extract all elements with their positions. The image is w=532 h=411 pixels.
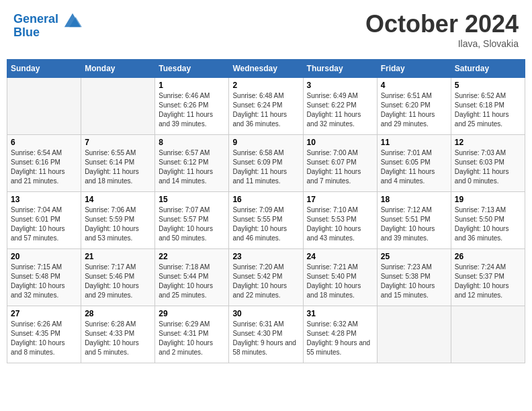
- day-cell: 21Sunrise: 7:17 AM Sunset: 5:46 PM Dayli…: [81, 249, 155, 306]
- day-number: 27: [11, 309, 77, 318]
- day-number: 2: [232, 81, 299, 90]
- day-cell: 5Sunrise: 6:52 AM Sunset: 6:18 PM Daylig…: [451, 78, 525, 135]
- day-info: Sunrise: 7:10 AM Sunset: 5:53 PM Dayligh…: [307, 205, 373, 243]
- day-cell: 3Sunrise: 6:49 AM Sunset: 6:22 PM Daylig…: [303, 78, 377, 135]
- day-cell: 7Sunrise: 6:55 AM Sunset: 6:14 PM Daylig…: [81, 135, 155, 192]
- day-number: 5: [455, 81, 521, 90]
- day-info: Sunrise: 6:52 AM Sunset: 6:18 PM Dayligh…: [455, 91, 521, 129]
- day-info: Sunrise: 7:07 AM Sunset: 5:57 PM Dayligh…: [159, 205, 225, 243]
- day-info: Sunrise: 7:09 AM Sunset: 5:55 PM Dayligh…: [232, 205, 299, 243]
- day-info: Sunrise: 6:32 AM Sunset: 4:28 PM Dayligh…: [307, 320, 373, 357]
- day-cell: [7, 78, 81, 135]
- day-number: 28: [85, 309, 151, 318]
- day-info: Sunrise: 7:03 AM Sunset: 6:03 PM Dayligh…: [455, 148, 521, 186]
- day-cell: 20Sunrise: 7:15 AM Sunset: 5:48 PM Dayli…: [7, 249, 81, 306]
- day-info: Sunrise: 6:28 AM Sunset: 4:33 PM Dayligh…: [85, 320, 151, 357]
- day-info: Sunrise: 7:13 AM Sunset: 5:50 PM Dayligh…: [455, 205, 521, 243]
- day-cell: 13Sunrise: 7:04 AM Sunset: 6:01 PM Dayli…: [7, 192, 81, 249]
- week-row-4: 20Sunrise: 7:15 AM Sunset: 5:48 PM Dayli…: [7, 249, 525, 306]
- day-cell: 8Sunrise: 6:57 AM Sunset: 6:12 PM Daylig…: [155, 135, 229, 192]
- col-header-saturday: Saturday: [451, 60, 525, 78]
- day-cell: 28Sunrise: 6:28 AM Sunset: 4:33 PM Dayli…: [81, 306, 155, 363]
- day-info: Sunrise: 7:01 AM Sunset: 6:05 PM Dayligh…: [381, 148, 447, 186]
- day-info: Sunrise: 6:51 AM Sunset: 6:20 PM Dayligh…: [381, 91, 447, 129]
- col-header-wednesday: Wednesday: [229, 60, 303, 78]
- week-row-5: 27Sunrise: 6:26 AM Sunset: 4:35 PM Dayli…: [7, 306, 525, 363]
- col-header-monday: Monday: [81, 60, 155, 78]
- day-info: Sunrise: 7:00 AM Sunset: 6:07 PM Dayligh…: [307, 148, 373, 186]
- day-cell: 27Sunrise: 6:26 AM Sunset: 4:35 PM Dayli…: [7, 306, 81, 363]
- day-number: 14: [85, 195, 151, 204]
- day-cell: [377, 306, 451, 363]
- day-number: 11: [381, 138, 447, 147]
- day-number: 12: [455, 138, 521, 147]
- day-number: 18: [381, 195, 447, 204]
- week-row-2: 6Sunrise: 6:54 AM Sunset: 6:16 PM Daylig…: [7, 135, 525, 192]
- day-cell: [451, 306, 525, 363]
- day-info: Sunrise: 6:48 AM Sunset: 6:24 PM Dayligh…: [232, 91, 299, 129]
- day-number: 1: [159, 81, 225, 90]
- day-cell: 1Sunrise: 6:46 AM Sunset: 6:26 PM Daylig…: [155, 78, 229, 135]
- day-number: 31: [307, 309, 373, 318]
- calendar-table: SundayMondayTuesdayWednesdayThursdayFrid…: [7, 59, 525, 363]
- day-cell: 24Sunrise: 7:21 AM Sunset: 5:40 PM Dayli…: [303, 249, 377, 306]
- day-info: Sunrise: 6:29 AM Sunset: 4:31 PM Dayligh…: [159, 320, 225, 357]
- day-number: 21: [85, 252, 151, 261]
- day-number: 6: [11, 138, 77, 147]
- day-cell: 15Sunrise: 7:07 AM Sunset: 5:57 PM Dayli…: [155, 192, 229, 249]
- week-row-3: 13Sunrise: 7:04 AM Sunset: 6:01 PM Dayli…: [7, 192, 525, 249]
- day-info: Sunrise: 7:12 AM Sunset: 5:51 PM Dayligh…: [381, 205, 447, 243]
- day-number: 17: [307, 195, 373, 204]
- day-info: Sunrise: 7:17 AM Sunset: 5:46 PM Dayligh…: [85, 263, 151, 300]
- day-info: Sunrise: 6:46 AM Sunset: 6:26 PM Dayligh…: [159, 91, 225, 129]
- day-number: 23: [232, 252, 299, 261]
- day-number: 3: [307, 81, 373, 90]
- day-info: Sunrise: 7:04 AM Sunset: 6:01 PM Dayligh…: [11, 205, 77, 243]
- day-cell: 2Sunrise: 6:48 AM Sunset: 6:24 PM Daylig…: [229, 78, 303, 135]
- col-header-thursday: Thursday: [303, 60, 377, 78]
- day-cell: 22Sunrise: 7:18 AM Sunset: 5:44 PM Dayli…: [155, 249, 229, 306]
- day-number: 30: [232, 309, 299, 318]
- day-info: Sunrise: 7:18 AM Sunset: 5:44 PM Dayligh…: [159, 263, 225, 300]
- col-header-friday: Friday: [377, 60, 451, 78]
- day-number: 20: [11, 252, 77, 261]
- day-cell: 6Sunrise: 6:54 AM Sunset: 6:16 PM Daylig…: [7, 135, 81, 192]
- day-cell: 11Sunrise: 7:01 AM Sunset: 6:05 PM Dayli…: [377, 135, 451, 192]
- day-info: Sunrise: 6:55 AM Sunset: 6:14 PM Dayligh…: [85, 148, 151, 186]
- title-area: October 2024 Ilava, Slovakia: [365, 10, 519, 49]
- day-cell: 30Sunrise: 6:31 AM Sunset: 4:30 PM Dayli…: [229, 306, 303, 363]
- day-cell: 10Sunrise: 7:00 AM Sunset: 6:07 PM Dayli…: [303, 135, 377, 192]
- day-number: 8: [159, 138, 225, 147]
- day-cell: 9Sunrise: 6:58 AM Sunset: 6:09 PM Daylig…: [229, 135, 303, 192]
- day-number: 9: [232, 138, 299, 147]
- day-cell: 23Sunrise: 7:20 AM Sunset: 5:42 PM Dayli…: [229, 249, 303, 306]
- day-cell: 17Sunrise: 7:10 AM Sunset: 5:53 PM Dayli…: [303, 192, 377, 249]
- col-header-sunday: Sunday: [7, 60, 81, 78]
- day-info: Sunrise: 7:23 AM Sunset: 5:38 PM Dayligh…: [381, 263, 447, 300]
- day-cell: 31Sunrise: 6:32 AM Sunset: 4:28 PM Dayli…: [303, 306, 377, 363]
- day-number: 7: [85, 138, 151, 147]
- day-number: 16: [232, 195, 299, 204]
- day-info: Sunrise: 7:15 AM Sunset: 5:48 PM Dayligh…: [11, 263, 77, 300]
- day-cell: 12Sunrise: 7:03 AM Sunset: 6:03 PM Dayli…: [451, 135, 525, 192]
- day-info: Sunrise: 7:06 AM Sunset: 5:59 PM Dayligh…: [85, 205, 151, 243]
- day-cell: 19Sunrise: 7:13 AM Sunset: 5:50 PM Dayli…: [451, 192, 525, 249]
- day-info: Sunrise: 6:49 AM Sunset: 6:22 PM Dayligh…: [307, 91, 373, 129]
- day-number: 22: [159, 252, 225, 261]
- day-number: 29: [159, 309, 225, 318]
- day-cell: 14Sunrise: 7:06 AM Sunset: 5:59 PM Dayli…: [81, 192, 155, 249]
- day-info: Sunrise: 6:54 AM Sunset: 6:16 PM Dayligh…: [11, 148, 77, 186]
- day-number: 13: [11, 195, 77, 204]
- day-info: Sunrise: 6:31 AM Sunset: 4:30 PM Dayligh…: [232, 320, 299, 357]
- day-cell: 18Sunrise: 7:12 AM Sunset: 5:51 PM Dayli…: [377, 192, 451, 249]
- day-info: Sunrise: 7:24 AM Sunset: 5:37 PM Dayligh…: [455, 263, 521, 300]
- day-cell: 29Sunrise: 6:29 AM Sunset: 4:31 PM Dayli…: [155, 306, 229, 363]
- month-title: October 2024: [365, 10, 519, 38]
- day-info: Sunrise: 6:58 AM Sunset: 6:09 PM Dayligh…: [232, 148, 299, 186]
- day-info: Sunrise: 7:20 AM Sunset: 5:42 PM Dayligh…: [232, 263, 299, 300]
- day-number: 26: [455, 252, 521, 261]
- location-label: Ilava, Slovakia: [365, 38, 519, 49]
- logo: General Blue: [13, 10, 82, 40]
- day-number: 4: [381, 81, 447, 90]
- day-cell: [81, 78, 155, 135]
